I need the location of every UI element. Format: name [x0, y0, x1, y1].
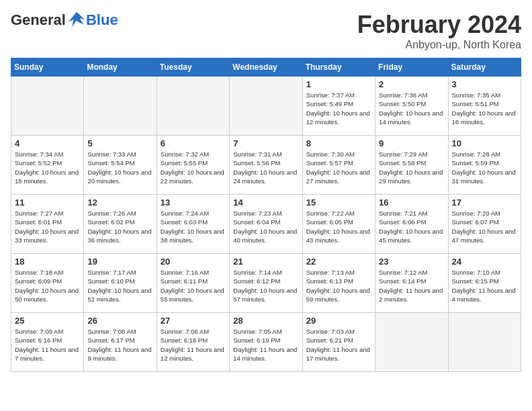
calendar-cell: 17Sunrise: 7:20 AMSunset: 6:07 PMDayligh… [448, 195, 521, 254]
calendar-cell: 13Sunrise: 7:24 AMSunset: 6:03 PMDayligh… [157, 195, 229, 254]
day-info: Sunrise: 7:18 AMSunset: 6:09 PMDaylight:… [15, 268, 80, 304]
calendar-cell: 7Sunrise: 7:31 AMSunset: 5:56 PMDaylight… [230, 136, 302, 195]
day-number: 8 [306, 138, 371, 148]
day-info: Sunrise: 7:05 AMSunset: 6:19 PMDaylight:… [233, 327, 298, 363]
calendar-cell: 26Sunrise: 7:08 AMSunset: 6:17 PMDayligh… [84, 313, 157, 372]
day-info: Sunrise: 7:22 AMSunset: 6:05 PMDaylight:… [306, 209, 371, 244]
calendar-cell: 5Sunrise: 7:33 AMSunset: 5:54 PMDaylight… [84, 136, 157, 195]
day-number: 2 [379, 79, 444, 89]
day-number: 13 [161, 197, 226, 208]
day-of-week-header: Saturday [448, 58, 521, 77]
day-info: Sunrise: 7:17 AMSunset: 6:10 PMDaylight:… [87, 268, 152, 304]
day-number: 6 [161, 138, 226, 148]
calendar-cell: 2Sunrise: 7:36 AMSunset: 5:50 PMDaylight… [375, 77, 448, 136]
month-year-title: February 2024 [357, 11, 521, 39]
day-info: Sunrise: 7:28 AMSunset: 5:59 PMDaylight:… [452, 150, 517, 185]
logo-bird-icon [67, 11, 86, 30]
calendar-cell: 19Sunrise: 7:17 AMSunset: 6:10 PMDayligh… [84, 254, 157, 313]
calendar-cell: 12Sunrise: 7:26 AMSunset: 6:02 PMDayligh… [84, 195, 157, 254]
day-info: Sunrise: 7:23 AMSunset: 6:04 PMDaylight:… [233, 209, 298, 244]
day-number: 3 [452, 79, 517, 89]
calendar-cell: 22Sunrise: 7:13 AMSunset: 6:13 PMDayligh… [302, 254, 375, 313]
calendar-header-row: SundayMondayTuesdayWednesdayThursdayFrid… [11, 58, 521, 77]
day-info: Sunrise: 7:13 AMSunset: 6:13 PMDaylight:… [306, 268, 371, 304]
logo-blue-text: Blue [86, 11, 118, 29]
day-info: Sunrise: 7:33 AMSunset: 5:54 PMDaylight:… [87, 150, 152, 185]
calendar-cell: 11Sunrise: 7:27 AMSunset: 6:01 PMDayligh… [11, 195, 84, 254]
calendar-cell: 21Sunrise: 7:14 AMSunset: 6:12 PMDayligh… [230, 254, 302, 313]
calendar-cell: 18Sunrise: 7:18 AMSunset: 6:09 PMDayligh… [11, 254, 84, 313]
day-number: 10 [452, 138, 517, 148]
calendar-cell: 15Sunrise: 7:22 AMSunset: 6:05 PMDayligh… [302, 195, 375, 254]
calendar-cell: 14Sunrise: 7:23 AMSunset: 6:04 PMDayligh… [230, 195, 302, 254]
day-of-week-header: Friday [375, 58, 448, 77]
day-number: 25 [15, 316, 80, 326]
day-number: 4 [15, 138, 80, 148]
day-of-week-header: Thursday [302, 58, 375, 77]
logo-general-text: General [11, 11, 66, 29]
day-info: Sunrise: 7:09 AMSunset: 6:16 PMDaylight:… [15, 327, 80, 363]
svg-marker-0 [69, 12, 85, 27]
day-number: 15 [306, 197, 371, 208]
day-number: 1 [306, 79, 371, 89]
calendar-week-row: 25Sunrise: 7:09 AMSunset: 6:16 PMDayligh… [11, 313, 521, 372]
calendar-cell: 28Sunrise: 7:05 AMSunset: 6:19 PMDayligh… [230, 313, 302, 372]
calendar-cell: 24Sunrise: 7:10 AMSunset: 6:15 PMDayligh… [448, 254, 521, 313]
calendar-cell [230, 77, 302, 136]
day-number: 23 [379, 257, 444, 267]
day-number: 20 [161, 257, 226, 267]
calendar-cell: 25Sunrise: 7:09 AMSunset: 6:16 PMDayligh… [11, 313, 84, 372]
day-info: Sunrise: 7:20 AMSunset: 6:07 PMDaylight:… [452, 209, 517, 244]
calendar-cell: 27Sunrise: 7:06 AMSunset: 6:18 PMDayligh… [157, 313, 229, 372]
day-number: 12 [87, 197, 152, 208]
calendar-cell [84, 77, 157, 136]
day-of-week-header: Wednesday [230, 58, 302, 77]
calendar-cell: 20Sunrise: 7:16 AMSunset: 6:11 PMDayligh… [157, 254, 229, 313]
calendar-cell: 10Sunrise: 7:28 AMSunset: 5:59 PMDayligh… [448, 136, 521, 195]
title-block: February 2024 Anbyon-up, North Korea [357, 11, 521, 51]
day-info: Sunrise: 7:10 AMSunset: 6:15 PMDaylight:… [452, 268, 517, 304]
day-number: 19 [87, 257, 152, 267]
calendar-cell [157, 77, 229, 136]
day-number: 7 [233, 138, 298, 148]
calendar-cell: 23Sunrise: 7:12 AMSunset: 6:14 PMDayligh… [375, 254, 448, 313]
calendar-cell: 16Sunrise: 7:21 AMSunset: 6:06 PMDayligh… [375, 195, 448, 254]
day-of-week-header: Monday [84, 58, 157, 77]
day-info: Sunrise: 7:14 AMSunset: 6:12 PMDaylight:… [233, 268, 298, 304]
day-info: Sunrise: 7:26 AMSunset: 6:02 PMDaylight:… [87, 209, 152, 244]
day-number: 14 [233, 197, 298, 208]
day-number: 9 [379, 138, 444, 148]
page-header: General Blue February 2024 Anbyon-up, No… [11, 11, 521, 51]
day-number: 17 [452, 197, 517, 208]
day-info: Sunrise: 7:29 AMSunset: 5:58 PMDaylight:… [379, 150, 444, 185]
day-number: 18 [15, 257, 80, 267]
day-number: 28 [233, 316, 298, 326]
day-info: Sunrise: 7:37 AMSunset: 5:49 PMDaylight:… [306, 91, 371, 126]
day-number: 27 [161, 316, 226, 326]
calendar-week-row: 11Sunrise: 7:27 AMSunset: 6:01 PMDayligh… [11, 195, 521, 254]
day-info: Sunrise: 7:27 AMSunset: 6:01 PMDaylight:… [15, 209, 80, 244]
day-number: 29 [306, 316, 371, 326]
logo: General Blue [11, 11, 118, 30]
calendar-table: SundayMondayTuesdayWednesdayThursdayFrid… [11, 58, 521, 372]
calendar-cell: 1Sunrise: 7:37 AMSunset: 5:49 PMDaylight… [302, 77, 375, 136]
day-info: Sunrise: 7:06 AMSunset: 6:18 PMDaylight:… [161, 327, 226, 363]
day-number: 21 [233, 257, 298, 267]
day-info: Sunrise: 7:24 AMSunset: 6:03 PMDaylight:… [161, 209, 226, 244]
calendar-cell: 9Sunrise: 7:29 AMSunset: 5:58 PMDaylight… [375, 136, 448, 195]
calendar-cell: 3Sunrise: 7:35 AMSunset: 5:51 PMDaylight… [448, 77, 521, 136]
day-info: Sunrise: 7:21 AMSunset: 6:06 PMDaylight:… [379, 209, 444, 244]
day-info: Sunrise: 7:32 AMSunset: 5:55 PMDaylight:… [161, 150, 226, 185]
day-info: Sunrise: 7:16 AMSunset: 6:11 PMDaylight:… [161, 268, 226, 304]
calendar-cell [11, 77, 84, 136]
day-info: Sunrise: 7:12 AMSunset: 6:14 PMDaylight:… [379, 268, 444, 304]
day-of-week-header: Sunday [11, 58, 84, 77]
day-info: Sunrise: 7:08 AMSunset: 6:17 PMDaylight:… [87, 327, 152, 363]
calendar-cell [375, 313, 448, 372]
location-subtitle: Anbyon-up, North Korea [357, 39, 521, 51]
calendar-cell [448, 313, 521, 372]
day-number: 16 [379, 197, 444, 208]
day-number: 5 [87, 138, 152, 148]
day-info: Sunrise: 7:34 AMSunset: 5:52 PMDaylight:… [15, 150, 80, 185]
day-info: Sunrise: 7:36 AMSunset: 5:50 PMDaylight:… [379, 91, 444, 126]
